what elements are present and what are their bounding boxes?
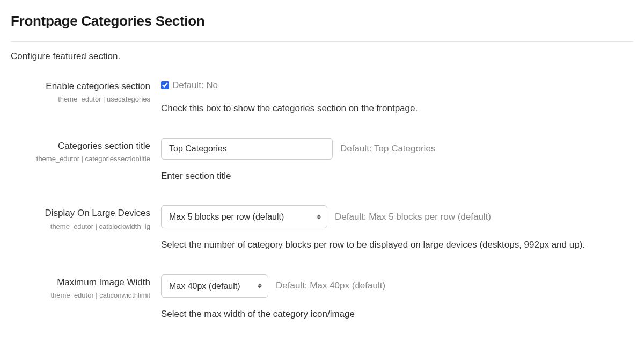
control-col: Default: No Check this box to show the c…: [161, 78, 633, 131]
field-categories-title: Categories section title theme_edutor | …: [11, 138, 633, 198]
field-key: theme_edutor | categoriessectiontitle: [11, 154, 150, 164]
checkbox-row: Default: No: [161, 78, 633, 92]
default-text: Default: Top Categories: [340, 142, 435, 156]
default-text: Default: Max 40px (default): [276, 279, 385, 293]
field-enable-categories: Enable categories section theme_edutor |…: [11, 78, 633, 131]
help-text: Select the number of category blocks per…: [161, 238, 601, 252]
control-col: Max 40px (default) Default: Max 40px (de…: [161, 274, 633, 321]
section-description: Configure featured section.: [11, 49, 633, 63]
inline-group: Default: Top Categories: [161, 138, 633, 160]
default-text: Default: Max 5 blocks per row (default): [335, 210, 491, 224]
help-text: Enter section title: [161, 169, 601, 183]
select-wrap: Max 40px (default): [161, 274, 268, 298]
categories-title-input[interactable]: [161, 138, 333, 160]
display-large-select[interactable]: Max 5 blocks per row (default): [161, 205, 327, 228]
field-label: Display On Large Devices: [11, 206, 150, 220]
field-label: Enable categories section: [11, 80, 150, 93]
enable-checkbox[interactable]: [161, 81, 169, 89]
field-label: Categories section title: [11, 139, 150, 153]
help-text: Select the max width of the category ico…: [161, 307, 601, 321]
inline-group: Max 40px (default) Default: Max 40px (de…: [161, 274, 633, 298]
image-width-select[interactable]: Max 40px (default): [161, 274, 268, 298]
label-col: Enable categories section theme_edutor |…: [11, 78, 161, 105]
field-label: Maximum Image Width: [11, 276, 150, 290]
label-col: Maximum Image Width theme_edutor | catic…: [11, 274, 161, 301]
default-text: Default: No: [172, 78, 218, 92]
section-title: Frontpage Categories Section: [11, 11, 633, 32]
field-key: theme_edutor | catblockwidth_lg: [11, 221, 150, 232]
help-text: Check this box to show the categories se…: [161, 102, 601, 115]
label-col: Categories section title theme_edutor | …: [11, 138, 161, 164]
control-col: Max 5 blocks per row (default) Default: …: [161, 205, 633, 267]
field-key: theme_edutor | usecategories: [11, 94, 150, 105]
section-divider: [11, 41, 633, 42]
field-key: theme_edutor | caticonwidthlimit: [11, 290, 150, 301]
select-wrap: Max 5 blocks per row (default): [161, 205, 327, 228]
inline-group: Max 5 blocks per row (default) Default: …: [161, 205, 633, 228]
label-col: Display On Large Devices theme_edutor | …: [11, 205, 161, 232]
field-image-width: Maximum Image Width theme_edutor | catic…: [11, 274, 633, 321]
field-display-large: Display On Large Devices theme_edutor | …: [11, 205, 633, 267]
control-col: Default: Top Categories Enter section ti…: [161, 138, 633, 198]
